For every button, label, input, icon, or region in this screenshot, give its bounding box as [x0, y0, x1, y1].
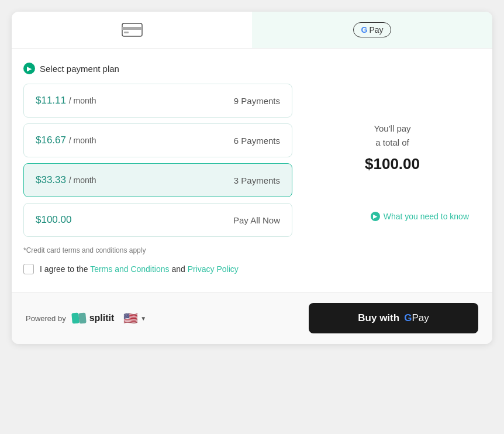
- plan-3-payments: 3 Payments: [234, 175, 280, 185]
- gpay-button-logo: GPay: [404, 312, 429, 324]
- powered-by: Powered by splitit 🇺🇸 ▼: [26, 311, 146, 325]
- plan-list: $11.11 / month 9 Payments $16.67 / month…: [23, 84, 292, 237]
- splitit-icon: [71, 312, 87, 325]
- section-icon: ▶: [23, 63, 35, 74]
- pay-white: Pay: [412, 312, 429, 324]
- plan-3-amount: $33.33 / month: [36, 174, 96, 186]
- flag-selector[interactable]: 🇺🇸 ▼: [123, 311, 146, 325]
- footer: Powered by splitit 🇺🇸 ▼ Buy with GPay: [12, 292, 492, 344]
- plan-6-amount: $16.67 / month: [36, 135, 96, 146]
- flag-icon: 🇺🇸: [123, 311, 138, 325]
- main-content: ▶ Select payment plan $11.11 / month 9 P…: [12, 49, 492, 292]
- what-icon: ▶: [371, 212, 380, 221]
- total-amount: $100.00: [365, 152, 420, 177]
- credit-card-icon: [122, 23, 143, 37]
- terms-note: *Credit card terms and conditions apply: [23, 246, 292, 254]
- plan-option-6[interactable]: $16.67 / month 6 Payments: [23, 123, 292, 157]
- gpay-badge: GPay: [353, 22, 391, 37]
- svg-rect-1: [122, 27, 142, 30]
- buy-with-gpay-button[interactable]: Buy with GPay: [309, 303, 478, 333]
- tab-gpay[interactable]: GPay: [252, 12, 492, 48]
- plan-all-payments: Pay All Now: [233, 215, 280, 225]
- g-blue: G: [404, 312, 412, 324]
- privacy-link[interactable]: Privacy Policy: [188, 264, 239, 274]
- splitit-logo: splitit: [71, 312, 115, 325]
- what-you-need-link[interactable]: ▶ What you need to know: [371, 212, 469, 221]
- powered-by-label: Powered by: [26, 314, 66, 323]
- payment-modal: GPay ▶ Select payment plan $11.11 / mont…: [12, 12, 492, 344]
- splitit-text: splitit: [89, 313, 115, 323]
- buy-label: Buy with: [358, 312, 399, 324]
- section-label: ▶ Select payment plan: [23, 63, 292, 74]
- plan-9-payments: 9 Payments: [234, 96, 280, 106]
- plan-option-9[interactable]: $11.11 / month 9 Payments: [23, 84, 292, 118]
- plan-9-period: / month: [69, 96, 96, 105]
- total-label1: You'll pay: [365, 122, 420, 136]
- plan-option-all[interactable]: $100.00 Pay All Now: [23, 203, 292, 237]
- chevron-down-icon: ▼: [140, 315, 146, 322]
- plan-9-amount: $11.11 / month: [36, 95, 96, 106]
- agree-row: I agree to the Terms and Conditions and …: [23, 264, 292, 280]
- total-info: You'll pay a total of $100.00: [365, 122, 420, 177]
- agree-left: I agree to the Terms and Conditions and …: [23, 264, 239, 274]
- gpay-label: Pay: [369, 25, 383, 35]
- plan-6-payments: 6 Payments: [234, 136, 280, 146]
- tab-bar: GPay: [12, 12, 492, 49]
- tab-credit-card[interactable]: [12, 12, 252, 48]
- total-label2: a total of: [365, 136, 420, 150]
- svg-rect-4: [78, 313, 87, 324]
- plan-all-amount: $100.00: [36, 214, 71, 226]
- right-panel: You'll pay a total of $100.00 ▶ What you…: [304, 63, 481, 280]
- svg-rect-3: [71, 313, 80, 324]
- plan-option-3[interactable]: $33.33 / month 3 Payments: [23, 163, 292, 197]
- terms-link[interactable]: Terms and Conditions: [90, 264, 169, 274]
- section-title: Select payment plan: [40, 64, 119, 74]
- svg-rect-2: [124, 32, 129, 33]
- agree-text: I agree to the Terms and Conditions and …: [40, 264, 239, 274]
- google-g-icon: G: [361, 25, 367, 35]
- what-label: What you need to know: [384, 212, 469, 221]
- plan-6-period: / month: [69, 136, 96, 145]
- left-panel: ▶ Select payment plan $11.11 / month 9 P…: [23, 63, 292, 280]
- plan-3-period: / month: [69, 175, 96, 185]
- agree-checkbox[interactable]: [23, 264, 34, 274]
